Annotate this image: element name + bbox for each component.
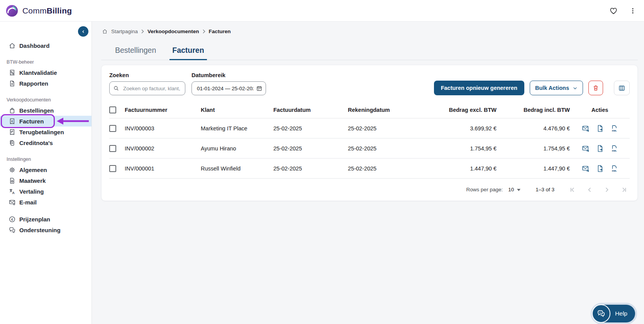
regenerate-invoices-button[interactable]: Facturen opnieuw genereren [434, 81, 524, 95]
pagination-range: 1–3 of 3 [536, 187, 554, 192]
file-xml-icon: XML [610, 145, 618, 152]
chevron-right-icon [603, 186, 611, 194]
next-page-button[interactable] [603, 186, 611, 194]
sidebar-item-label: Maatwerk [19, 177, 46, 184]
chevron-down-icon [573, 86, 578, 91]
last-page-icon [620, 186, 628, 194]
breadcrumb: Startpagina Verkoopdocumenten Facturen [102, 29, 638, 34]
file-export-icon [596, 145, 604, 152]
sidebar-item-email[interactable]: E-mail [0, 197, 92, 208]
sidebar-item-vertaling[interactable]: A Vertaling [0, 186, 92, 197]
svg-text:XML: XML [612, 169, 617, 172]
app-header: CommBilling [0, 0, 644, 22]
filter-row: Zoeken Datumbereik [109, 72, 630, 95]
send-email-button[interactable] [582, 165, 590, 172]
send-email-button[interactable] [582, 145, 590, 152]
sidebar-item-bestellingen[interactable]: Bestellingen [0, 105, 92, 116]
export-pdf-button[interactable] [596, 125, 604, 132]
toolbar: Facturen opnieuw genereren Bulk Actions [434, 81, 630, 95]
main-content: Startpagina Verkoopdocumenten Facturen B… [92, 22, 644, 324]
refund-receipt-icon [8, 128, 16, 136]
cell-invoice-number: INV/000001 [125, 165, 201, 172]
download-xml-button[interactable]: XML [610, 165, 618, 172]
column-header-acties: Acties [570, 107, 630, 113]
last-page-button[interactable] [620, 186, 628, 194]
column-header-bedrag-excl: Bedrag excl. BTW [419, 107, 497, 113]
export-pdf-button[interactable] [596, 165, 604, 172]
sidebar-item-label: Terugbetalingen [19, 129, 64, 135]
trash-icon [592, 84, 599, 91]
select-all-checkbox[interactable] [109, 106, 116, 113]
translate-icon: A [8, 188, 16, 195]
row-checkbox[interactable] [109, 125, 116, 132]
invoice-euro-icon: € [8, 118, 16, 125]
svg-text:XML: XML [612, 129, 617, 132]
sidebar-item-prijzenplan[interactable]: € Prijzenplan [0, 214, 92, 224]
app-title: CommBilling [22, 6, 72, 15]
bulk-actions-button[interactable]: Bulk Actions [530, 81, 583, 95]
column-header-bedrag-incl: Bedrag incl. BTW [497, 107, 570, 113]
previous-page-button[interactable] [586, 186, 593, 194]
cell-invoice-date: 25-02-2025 [273, 165, 348, 172]
row-checkbox[interactable] [109, 145, 116, 152]
bulk-actions-label: Bulk Actions [535, 85, 569, 91]
svg-text:€: € [11, 119, 13, 123]
row-checkbox[interactable] [109, 165, 116, 172]
column-header-factuurdatum: Factuurdatum [273, 107, 348, 113]
mail-send-icon [582, 145, 590, 152]
sidebar-item-facturen[interactable]: € Facturen [0, 116, 92, 127]
sidebar-item-label: Klantvalidatie [19, 69, 57, 76]
first-page-button[interactable] [568, 186, 576, 194]
search-input[interactable] [109, 81, 185, 95]
export-pdf-button[interactable] [596, 145, 604, 152]
sidebar-item-label: Rapporten [19, 80, 48, 87]
cell-amount-excl: 1.754,95 € [419, 145, 497, 152]
svg-text:XML: XML [612, 149, 617, 152]
sidebar-item-dashboard[interactable]: Dashboard [0, 40, 92, 51]
sidebar-item-rapporten[interactable]: Rapporten [0, 78, 92, 89]
report-document-icon [8, 80, 16, 87]
breadcrumb-startpagina[interactable]: Startpagina [111, 29, 138, 34]
sidebar-item-creditnotas[interactable]: Creditnota's [0, 137, 92, 148]
sidebar-collapse-button[interactable] [78, 26, 88, 37]
sidebar-item-klantvalidatie[interactable]: Klantvalidatie [0, 67, 92, 78]
column-header-klant: Klant [201, 107, 273, 113]
mail-send-icon [582, 125, 590, 132]
cell-invoice-date: 25-02-2025 [273, 125, 348, 132]
cell-billing-date: 25-02-2025 [348, 145, 419, 152]
sidebar-item-terugbetalingen[interactable]: Terugbetalingen [0, 127, 92, 137]
rows-per-page-select[interactable]: 10 [508, 187, 521, 192]
sidebar-item-label: E-mail [19, 199, 37, 206]
file-export-icon [596, 125, 604, 132]
more-menu-button[interactable] [629, 6, 637, 15]
tab-bestellingen[interactable]: Bestellingen [112, 43, 159, 60]
tab-bar: Bestellingen Facturen [101, 43, 638, 60]
favorites-button[interactable] [608, 6, 619, 16]
sidebar-item-maatwerk[interactable]: Maatwerk [0, 175, 92, 186]
send-email-button[interactable] [582, 125, 590, 132]
breadcrumb-facturen: Facturen [209, 29, 231, 34]
order-bag-icon [8, 107, 16, 114]
column-settings-button[interactable] [614, 81, 630, 95]
delete-button[interactable] [588, 81, 603, 95]
kebab-menu-icon [629, 7, 636, 15]
sidebar-item-algemeen[interactable]: Algemeen [0, 164, 92, 175]
search-label: Zoeken [109, 72, 185, 78]
cell-billing-date: 25-02-2025 [348, 165, 419, 172]
dropdown-arrow-icon [517, 188, 521, 191]
heart-icon [609, 7, 618, 15]
help-button[interactable]: Help [593, 305, 635, 322]
download-xml-button[interactable]: XML [610, 145, 618, 152]
cell-customer: Marketing IT Place [201, 125, 273, 132]
gear-icon [8, 166, 16, 174]
download-xml-button[interactable]: XML [610, 125, 618, 132]
date-range-input[interactable] [192, 81, 266, 95]
breadcrumb-verkoopdocumenten[interactable]: Verkoopdocumenten [147, 29, 199, 34]
sidebar-item-label: Dashboard [19, 42, 49, 49]
home-icon [102, 29, 108, 34]
tab-facturen[interactable]: Facturen [169, 43, 207, 60]
sidebar-item-ondersteuning[interactable]: Ondersteuning [0, 224, 92, 235]
sidebar-item-label: Facturen [19, 118, 44, 125]
sidebar-item-label: Vertaling [19, 188, 44, 195]
sidebar-item-label: Ondersteuning [19, 227, 61, 233]
